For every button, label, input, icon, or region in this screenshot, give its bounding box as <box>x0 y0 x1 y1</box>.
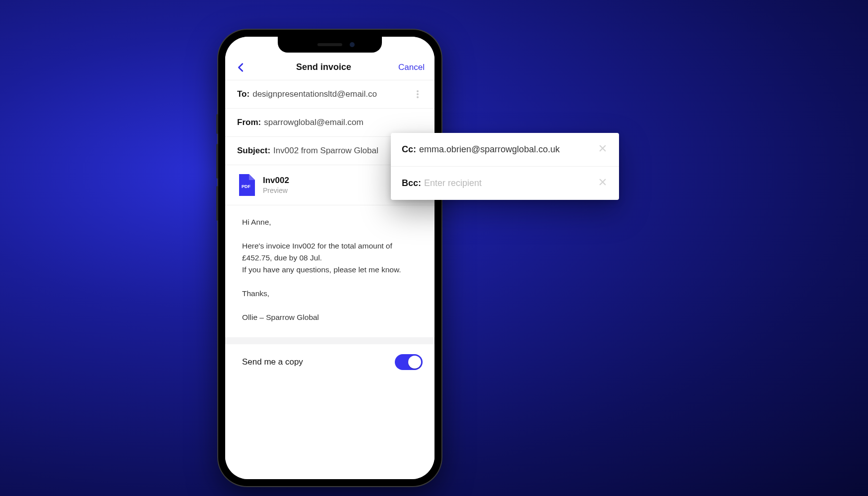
close-icon <box>598 144 607 153</box>
more-recipients-button[interactable] <box>413 89 423 99</box>
from-label: From: <box>237 118 261 127</box>
pdf-file-icon: PDF <box>237 174 255 196</box>
to-row[interactable]: To: designpresentationsltd@email.co <box>225 80 434 109</box>
bcc-row[interactable]: Bcc: Enter recipient <box>391 166 619 200</box>
bcc-label: Bcc: <box>402 178 421 188</box>
phone-notch <box>278 37 382 53</box>
send-copy-label: Send me a copy <box>242 357 303 367</box>
attachment-name: Inv002 <box>263 176 289 186</box>
phone-frame: Send invoice Cancel To: designpresentati… <box>218 30 441 486</box>
attachment-preview-link[interactable]: Preview <box>263 186 289 194</box>
close-icon <box>598 178 607 186</box>
stage: Send invoice Cancel To: designpresentati… <box>0 0 868 496</box>
back-button[interactable] <box>233 62 249 73</box>
svg-text:PDF: PDF <box>242 184 251 189</box>
cc-row[interactable]: Cc: emma.obrien@sparrowglobal.co.uk <box>391 133 619 166</box>
to-value: designpresentationsltd@email.co <box>252 89 413 99</box>
email-body[interactable]: Hi Anne, Here's invoice Inv002 for the t… <box>225 205 434 344</box>
send-copy-toggle[interactable] <box>395 354 423 370</box>
send-invoice-screen: Send invoice Cancel To: designpresentati… <box>225 37 434 479</box>
cc-clear-button[interactable] <box>597 144 608 155</box>
bcc-clear-button[interactable] <box>597 178 608 189</box>
cc-label: Cc: <box>402 144 416 155</box>
attachment-meta: Inv002 Preview <box>263 176 289 194</box>
cancel-button[interactable]: Cancel <box>398 62 425 72</box>
cc-bcc-popover: Cc: emma.obrien@sparrowglobal.co.uk Bcc:… <box>391 133 619 200</box>
phone-screen: Send invoice Cancel To: designpresentati… <box>225 37 434 479</box>
cc-value: emma.obrien@sparrowglobal.co.uk <box>419 144 597 155</box>
bcc-placeholder[interactable]: Enter recipient <box>424 178 597 188</box>
to-label: To: <box>237 89 249 99</box>
chevron-left-icon <box>236 62 247 73</box>
subject-label: Subject: <box>237 146 270 156</box>
dots-vertical-icon <box>417 90 419 92</box>
from-value: sparrowglobal@email.com <box>264 118 423 127</box>
page-title: Send invoice <box>296 62 351 72</box>
send-copy-row: Send me a copy <box>225 344 434 383</box>
